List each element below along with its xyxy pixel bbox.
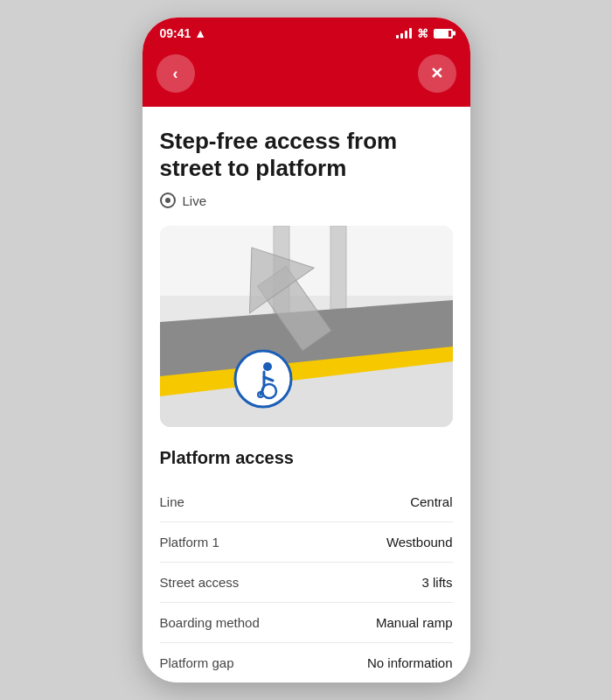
row-value: Manual ramp — [376, 615, 453, 630]
back-button[interactable]: ‹ — [156, 54, 195, 93]
section-title: Platform access — [160, 448, 453, 468]
wifi-icon: ⌘ — [417, 27, 428, 40]
nav-bar: ‹ ✕ — [143, 46, 470, 107]
row-label: Line — [160, 494, 184, 509]
info-table: LineCentralPlatform 1WestboundStreet acc… — [160, 482, 453, 682]
table-row: Platform gapNo information — [160, 643, 453, 682]
table-row: Boarding methodManual ramp — [160, 603, 453, 643]
status-left: 09:41 ▲ — [160, 26, 207, 40]
live-indicator: Live — [160, 192, 453, 208]
battery-icon — [434, 29, 453, 38]
row-value: Westbound — [386, 535, 453, 550]
back-icon: ‹ — [173, 65, 178, 83]
table-row: Street access3 lifts — [160, 563, 453, 603]
row-value: 3 lifts — [421, 575, 452, 590]
row-value: No information — [367, 655, 453, 670]
status-bar: 09:41 ▲ ⌘ — [143, 18, 470, 46]
close-icon: ✕ — [430, 64, 443, 83]
location-icon: ▲ — [194, 26, 206, 40]
row-label: Street access — [160, 575, 240, 590]
phone-frame: 09:41 ▲ ⌘ ‹ ✕ Step-free access from stre… — [143, 18, 470, 682]
table-row: Platform 1Westbound — [160, 522, 453, 563]
svg-rect-3 — [330, 226, 346, 309]
table-row: LineCentral — [160, 482, 453, 522]
platform-illustration — [160, 226, 453, 427]
svg-rect-1 — [160, 226, 453, 296]
svg-point-10 — [263, 362, 272, 371]
time-display: 09:41 — [160, 26, 191, 40]
content-area: Step-free access from street to platform… — [143, 107, 470, 682]
row-label: Boarding method — [160, 615, 260, 630]
row-value: Central — [410, 494, 452, 509]
page-title: Step-free access from street to platform — [160, 128, 453, 182]
live-label: Live — [183, 193, 207, 208]
signal-icon — [396, 28, 412, 38]
row-label: Platform 1 — [160, 535, 219, 550]
platform-svg — [160, 226, 453, 427]
live-dot-icon — [160, 192, 176, 208]
status-right: ⌘ — [396, 27, 453, 40]
close-button[interactable]: ✕ — [418, 54, 456, 93]
row-label: Platform gap — [160, 655, 234, 670]
